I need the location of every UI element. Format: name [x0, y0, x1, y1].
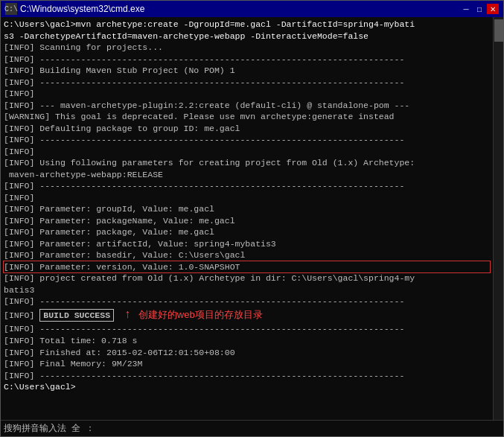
terminal-line: [INFO] --- maven-archetype-plugin:2.2:cr…	[4, 100, 500, 112]
terminal-line: [INFO] Using following parameters for cr…	[4, 157, 500, 169]
terminal-line: [WARNING] This goal is deprecated. Pleas…	[4, 111, 500, 123]
maximize-button[interactable]: □	[473, 4, 485, 14]
terminal-line: [INFO] ---------------------------------…	[4, 370, 500, 382]
terminal-line: [INFO] ---------------------------------…	[4, 134, 500, 146]
terminal-line: [INFO] Parameter: package, Value: me.gac…	[4, 226, 500, 238]
terminal-line: [INFO] Parameter: version, Value: 1.0-SN…	[4, 261, 490, 273]
terminal-lines: C:\Users\gacl>mvn archetype:create -Dgro…	[4, 19, 500, 393]
terminal-line: [INFO] Parameter: artifactId, Value: spr…	[4, 238, 500, 250]
terminal-line: [INFO] Parameter: basedir, Value: C:\Use…	[4, 249, 500, 261]
terminal-line: [INFO] ---------------------------------…	[4, 77, 500, 89]
scrollbar-thumb	[494, 19, 503, 42]
terminal-line: [INFO]	[4, 146, 500, 158]
statusbar: 搜狗拼音输入法 全 ：	[1, 420, 503, 436]
terminal-line: batis3	[4, 284, 500, 296]
build-success-line: [INFO] BUILD SUCCESS ↑ 创建好的web项目的存放目录	[4, 307, 500, 324]
terminal-line: [INFO]	[4, 192, 500, 204]
terminal-line: [INFO] Parameter: packageName, Value: me…	[4, 215, 500, 227]
terminal-line: [INFO] ---------------------------------…	[4, 323, 500, 335]
terminal-line: s3 -DarchetypeArtifactId=maven-archetype…	[4, 31, 500, 42]
annotation-arrow: ↑	[117, 307, 138, 324]
terminal-line: [INFO] Total time: 0.718 s	[4, 335, 500, 347]
close-button[interactable]: ✕	[487, 4, 499, 14]
terminal-line: [INFO]	[4, 88, 500, 100]
terminal-line: C:\Users\gacl>	[4, 381, 500, 393]
terminal-line: [INFO] Defaulting package to group ID: m…	[4, 123, 500, 135]
terminal-line: [INFO] project created from Old (1.x) Ar…	[4, 272, 500, 284]
terminal-line: [INFO] Finished at: 2015-02-06T12:01:50+…	[4, 347, 500, 359]
statusbar-text: 搜狗拼音输入法 全 ：	[4, 422, 95, 435]
terminal-line: maven-archetype-webapp:RELEASE	[4, 169, 500, 181]
titlebar-title: C:\Windows\system32\cmd.exe	[20, 4, 144, 14]
terminal-line: [INFO] Parameter: groupId, Value: me.gac…	[4, 203, 500, 215]
titlebar: C:\ C:\Windows\system32\cmd.exe ─ □ ✕	[1, 1, 503, 17]
terminal-line: [INFO] Scanning for projects...	[4, 42, 500, 54]
terminal-line: C:\Users\gacl>mvn archetype:create -Dgro…	[4, 19, 500, 31]
minimize-button[interactable]: ─	[460, 4, 472, 14]
terminal-body: C:\Users\gacl>mvn archetype:create -Dgro…	[1, 17, 503, 420]
scrollbar[interactable]	[493, 17, 503, 420]
titlebar-left: C:\ C:\Windows\system32\cmd.exe	[5, 3, 144, 15]
annotation-text: 创建好的web项目的存放目录	[138, 309, 263, 320]
cmd-icon: C:\	[5, 3, 17, 15]
titlebar-controls[interactable]: ─ □ ✕	[460, 4, 499, 14]
terminal-line: [INFO] ---------------------------------…	[4, 180, 500, 192]
build-success-badge: BUILD SUCCESS	[39, 309, 114, 322]
terminal-line: [INFO] Building Maven Stub Project (No P…	[4, 65, 500, 77]
terminal-line: [INFO] ---------------------------------…	[4, 296, 500, 307]
terminal-line: [INFO] Final Memory: 9M/23M	[4, 358, 500, 370]
terminal-line: [INFO] ---------------------------------…	[4, 54, 500, 66]
cmd-window: C:\ C:\Windows\system32\cmd.exe ─ □ ✕ C:…	[0, 0, 504, 437]
